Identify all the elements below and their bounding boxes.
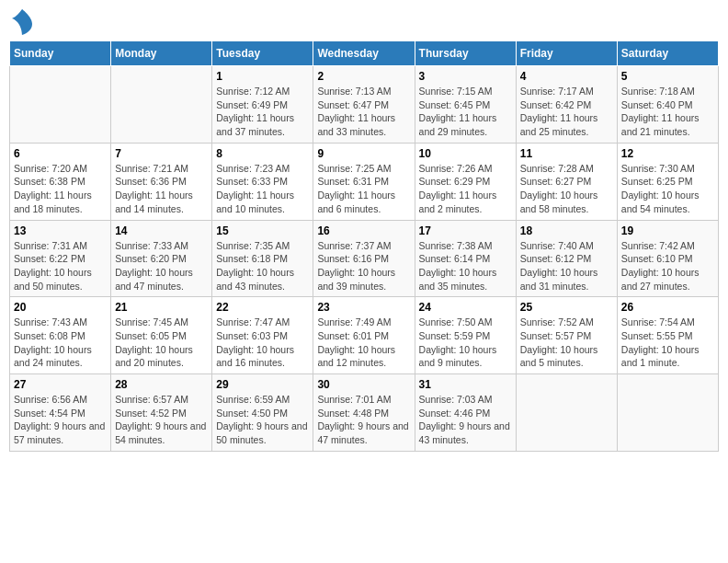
day-detail: Sunrise: 6:56 AM Sunset: 4:54 PM Dayligh… <box>14 393 107 447</box>
day-detail: Sunrise: 7:17 AM Sunset: 6:42 PM Dayligh… <box>520 85 613 139</box>
day-number: 29 <box>216 378 309 391</box>
day-detail: Sunrise: 7:40 AM Sunset: 6:12 PM Dayligh… <box>520 239 613 293</box>
day-detail: Sunrise: 7:52 AM Sunset: 5:57 PM Dayligh… <box>520 316 613 370</box>
day-number: 9 <box>317 147 410 160</box>
calendar-cell: 9Sunrise: 7:25 AM Sunset: 6:31 PM Daylig… <box>313 143 415 220</box>
day-detail: Sunrise: 7:43 AM Sunset: 6:08 PM Dayligh… <box>14 316 107 370</box>
calendar-cell <box>516 374 617 452</box>
day-detail: Sunrise: 7:35 AM Sunset: 6:18 PM Dayligh… <box>216 239 309 293</box>
calendar-cell: 24Sunrise: 7:50 AM Sunset: 5:59 PM Dayli… <box>415 297 516 374</box>
day-number: 6 <box>14 147 107 160</box>
weekday-header-saturday: Saturday <box>617 41 718 66</box>
calendar-cell: 21Sunrise: 7:45 AM Sunset: 6:05 PM Dayli… <box>111 297 212 374</box>
calendar-cell: 31Sunrise: 7:03 AM Sunset: 4:46 PM Dayli… <box>415 374 516 452</box>
day-detail: Sunrise: 7:01 AM Sunset: 4:48 PM Dayligh… <box>317 393 410 447</box>
day-number: 25 <box>520 301 613 314</box>
calendar-cell: 23Sunrise: 7:49 AM Sunset: 6:01 PM Dayli… <box>313 297 415 374</box>
calendar-week-row: 1Sunrise: 7:12 AM Sunset: 6:49 PM Daylig… <box>10 66 719 144</box>
day-number: 1 <box>216 70 309 83</box>
day-number: 13 <box>14 224 107 237</box>
weekday-header-wednesday: Wednesday <box>313 41 415 66</box>
calendar-cell: 26Sunrise: 7:54 AM Sunset: 5:55 PM Dayli… <box>617 297 718 374</box>
calendar-cell: 30Sunrise: 7:01 AM Sunset: 4:48 PM Dayli… <box>313 374 415 452</box>
calendar-cell <box>111 66 212 144</box>
calendar-cell: 12Sunrise: 7:30 AM Sunset: 6:25 PM Dayli… <box>617 143 718 220</box>
day-number: 10 <box>419 147 512 160</box>
calendar-cell: 3Sunrise: 7:15 AM Sunset: 6:45 PM Daylig… <box>415 66 516 144</box>
calendar-cell: 2Sunrise: 7:13 AM Sunset: 6:47 PM Daylig… <box>313 66 415 144</box>
day-number: 30 <box>317 378 410 391</box>
day-number: 18 <box>520 224 613 237</box>
calendar-week-row: 13Sunrise: 7:31 AM Sunset: 6:22 PM Dayli… <box>10 220 719 297</box>
day-detail: Sunrise: 7:03 AM Sunset: 4:46 PM Dayligh… <box>419 393 512 447</box>
day-number: 19 <box>621 224 714 237</box>
logo <box>9 9 32 35</box>
weekday-header-tuesday: Tuesday <box>212 41 313 66</box>
calendar-cell: 22Sunrise: 7:47 AM Sunset: 6:03 PM Dayli… <box>212 297 313 374</box>
calendar-cell: 5Sunrise: 7:18 AM Sunset: 6:40 PM Daylig… <box>617 66 718 144</box>
day-number: 15 <box>216 224 309 237</box>
calendar-cell: 7Sunrise: 7:21 AM Sunset: 6:36 PM Daylig… <box>111 143 212 220</box>
day-detail: Sunrise: 7:50 AM Sunset: 5:59 PM Dayligh… <box>419 316 512 370</box>
calendar-cell: 17Sunrise: 7:38 AM Sunset: 6:14 PM Dayli… <box>415 220 516 297</box>
day-number: 7 <box>115 147 208 160</box>
day-detail: Sunrise: 6:57 AM Sunset: 4:52 PM Dayligh… <box>115 393 208 447</box>
day-detail: Sunrise: 7:21 AM Sunset: 6:36 PM Dayligh… <box>115 162 208 216</box>
day-number: 23 <box>317 301 410 314</box>
calendar-cell: 1Sunrise: 7:12 AM Sunset: 6:49 PM Daylig… <box>212 66 313 144</box>
weekday-header-friday: Friday <box>516 41 617 66</box>
day-number: 14 <box>115 224 208 237</box>
day-detail: Sunrise: 7:37 AM Sunset: 6:16 PM Dayligh… <box>317 239 410 293</box>
calendar-cell: 27Sunrise: 6:56 AM Sunset: 4:54 PM Dayli… <box>10 374 111 452</box>
day-detail: Sunrise: 7:47 AM Sunset: 6:03 PM Dayligh… <box>216 316 309 370</box>
calendar-cell <box>10 66 111 144</box>
calendar-cell: 16Sunrise: 7:37 AM Sunset: 6:16 PM Dayli… <box>313 220 415 297</box>
calendar-cell: 8Sunrise: 7:23 AM Sunset: 6:33 PM Daylig… <box>212 143 313 220</box>
day-detail: Sunrise: 7:54 AM Sunset: 5:55 PM Dayligh… <box>621 316 714 370</box>
weekday-header-monday: Monday <box>111 41 212 66</box>
day-number: 3 <box>419 70 512 83</box>
day-detail: Sunrise: 7:13 AM Sunset: 6:47 PM Dayligh… <box>317 85 410 139</box>
day-number: 5 <box>621 70 714 83</box>
calendar-week-row: 20Sunrise: 7:43 AM Sunset: 6:08 PM Dayli… <box>10 297 719 374</box>
calendar-cell: 28Sunrise: 6:57 AM Sunset: 4:52 PM Dayli… <box>111 374 212 452</box>
calendar-cell <box>617 374 718 452</box>
day-detail: Sunrise: 7:12 AM Sunset: 6:49 PM Dayligh… <box>216 85 309 139</box>
day-detail: Sunrise: 7:15 AM Sunset: 6:45 PM Dayligh… <box>419 85 512 139</box>
calendar-week-row: 6Sunrise: 7:20 AM Sunset: 6:38 PM Daylig… <box>10 143 719 220</box>
day-detail: Sunrise: 7:31 AM Sunset: 6:22 PM Dayligh… <box>14 239 107 293</box>
calendar-cell: 19Sunrise: 7:42 AM Sunset: 6:10 PM Dayli… <box>617 220 718 297</box>
calendar-cell: 14Sunrise: 7:33 AM Sunset: 6:20 PM Dayli… <box>111 220 212 297</box>
day-number: 24 <box>419 301 512 314</box>
day-detail: Sunrise: 7:23 AM Sunset: 6:33 PM Dayligh… <box>216 162 309 216</box>
day-number: 22 <box>216 301 309 314</box>
day-number: 27 <box>14 378 107 391</box>
day-number: 17 <box>419 224 512 237</box>
day-number: 8 <box>216 147 309 160</box>
day-number: 2 <box>317 70 410 83</box>
day-detail: Sunrise: 7:38 AM Sunset: 6:14 PM Dayligh… <box>419 239 512 293</box>
day-number: 11 <box>520 147 613 160</box>
calendar-cell: 11Sunrise: 7:28 AM Sunset: 6:27 PM Dayli… <box>516 143 617 220</box>
day-number: 16 <box>317 224 410 237</box>
weekday-header-row: SundayMondayTuesdayWednesdayThursdayFrid… <box>10 41 719 66</box>
day-number: 28 <box>115 378 208 391</box>
calendar-cell: 10Sunrise: 7:26 AM Sunset: 6:29 PM Dayli… <box>415 143 516 220</box>
day-detail: Sunrise: 7:49 AM Sunset: 6:01 PM Dayligh… <box>317 316 410 370</box>
calendar-cell: 20Sunrise: 7:43 AM Sunset: 6:08 PM Dayli… <box>10 297 111 374</box>
weekday-header-thursday: Thursday <box>415 41 516 66</box>
calendar-table: SundayMondayTuesdayWednesdayThursdayFrid… <box>9 40 719 452</box>
day-detail: Sunrise: 7:25 AM Sunset: 6:31 PM Dayligh… <box>317 162 410 216</box>
calendar-cell: 18Sunrise: 7:40 AM Sunset: 6:12 PM Dayli… <box>516 220 617 297</box>
day-detail: Sunrise: 7:42 AM Sunset: 6:10 PM Dayligh… <box>621 239 714 293</box>
day-number: 31 <box>419 378 512 391</box>
calendar-cell: 4Sunrise: 7:17 AM Sunset: 6:42 PM Daylig… <box>516 66 617 144</box>
calendar-cell: 15Sunrise: 7:35 AM Sunset: 6:18 PM Dayli… <box>212 220 313 297</box>
day-detail: Sunrise: 7:28 AM Sunset: 6:27 PM Dayligh… <box>520 162 613 216</box>
day-number: 12 <box>621 147 714 160</box>
calendar-cell: 6Sunrise: 7:20 AM Sunset: 6:38 PM Daylig… <box>10 143 111 220</box>
calendar-cell: 13Sunrise: 7:31 AM Sunset: 6:22 PM Dayli… <box>10 220 111 297</box>
logo-bird-icon <box>12 9 32 35</box>
day-number: 20 <box>14 301 107 314</box>
day-number: 26 <box>621 301 714 314</box>
